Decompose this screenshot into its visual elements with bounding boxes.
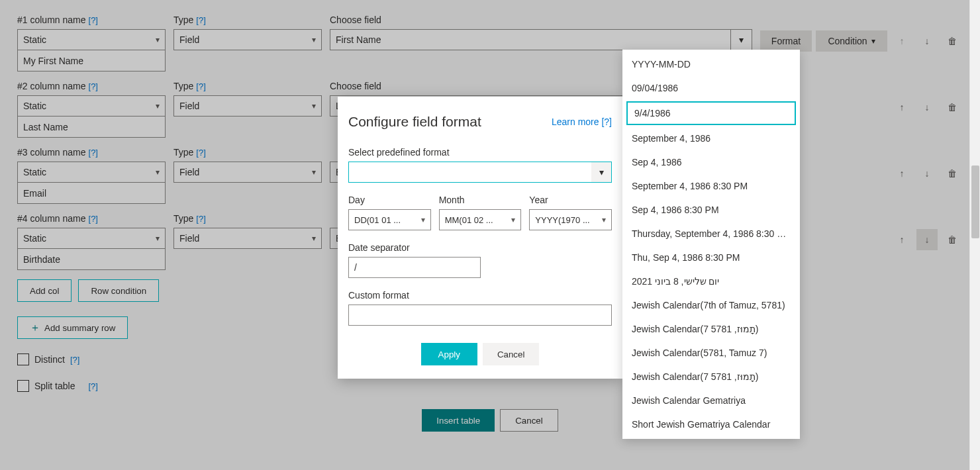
format-option[interactable]: Jewish Calendar(7 5781 ,תָמוּז) bbox=[622, 317, 800, 341]
format-option[interactable]: Sep 4, 1986 bbox=[622, 150, 800, 174]
format-option[interactable]: Sep 4, 1986 8:30 PM bbox=[622, 198, 800, 222]
format-option[interactable]: Thursday, September 4, 1986 8:30 PM bbox=[622, 222, 800, 246]
chevron-down-icon: ▾ bbox=[421, 215, 425, 224]
format-option[interactable]: YYYY-MM-DD bbox=[622, 52, 800, 76]
format-option[interactable]: Jewish Calendar Gematriya bbox=[622, 389, 800, 412]
vertical-scrollbar[interactable] bbox=[969, 0, 980, 470]
year-select[interactable]: YYYY(1970 ...▾ bbox=[529, 209, 612, 230]
chevron-down-icon: ▾ bbox=[511, 215, 515, 224]
chevron-down-icon: ▾ bbox=[591, 162, 611, 182]
chevron-down-icon: ▾ bbox=[602, 215, 606, 224]
separator-input[interactable]: / bbox=[348, 257, 481, 278]
format-option[interactable]: Jewish Calendar(7 5781 ,תָמוּז) bbox=[622, 365, 800, 389]
day-select[interactable]: DD(01 01 ...▾ bbox=[348, 209, 431, 230]
configure-format-modal: Configure field format Learn more [?] Se… bbox=[338, 97, 622, 379]
predefined-format-label: Select predefined format bbox=[348, 147, 612, 158]
format-dropdown[interactable]: YYYY-MM-DD09/04/19869/4/1986September 4,… bbox=[622, 50, 800, 439]
custom-format-label: Custom format bbox=[348, 290, 612, 301]
separator-label: Date separator bbox=[348, 242, 612, 253]
month-select[interactable]: MM(01 02 ...▾ bbox=[439, 209, 522, 230]
format-option[interactable]: 09/04/1986 bbox=[622, 76, 800, 100]
month-label: Month bbox=[439, 195, 522, 205]
year-label: Year bbox=[529, 195, 612, 205]
modal-cancel-button[interactable]: Cancel bbox=[483, 343, 540, 365]
format-option[interactable]: Thu, Sep 4, 1986 8:30 PM bbox=[622, 246, 800, 269]
custom-format-input[interactable] bbox=[348, 305, 612, 326]
day-label: Day bbox=[348, 195, 431, 205]
format-option[interactable]: 9/4/1986 bbox=[626, 101, 796, 125]
scrollbar-thumb[interactable] bbox=[971, 165, 979, 238]
format-option[interactable]: יום שלישי, 8 ביוני 2021 bbox=[622, 269, 800, 293]
format-option[interactable]: Jewish Calendar(7th of Tamuz, 5781) bbox=[622, 293, 800, 317]
format-option[interactable]: Short Jewish Gematriya Calendar bbox=[622, 412, 800, 436]
format-option[interactable]: September 4, 1986 8:30 PM bbox=[622, 174, 800, 198]
format-option[interactable]: September 4, 1986 bbox=[622, 126, 800, 150]
apply-button[interactable]: Apply bbox=[421, 343, 477, 365]
format-option[interactable]: Jewish Calendar(5781, Tamuz 7) bbox=[622, 341, 800, 365]
modal-title: Configure field format bbox=[348, 114, 481, 130]
learn-more-link[interactable]: Learn more [?] bbox=[552, 117, 612, 127]
predefined-format-select[interactable]: ▾ bbox=[348, 162, 612, 183]
